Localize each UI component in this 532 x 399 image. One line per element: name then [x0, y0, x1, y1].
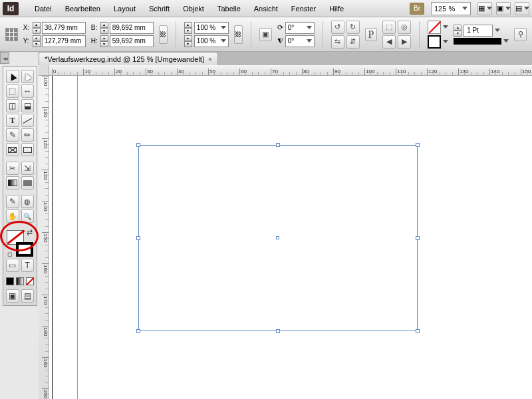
resize-handle-se[interactable]	[416, 329, 420, 333]
direct-selection-tool[interactable]	[21, 70, 35, 83]
horizontal-ruler[interactable]: 0102030405060708090100110120130140150160	[49, 65, 532, 76]
rotate-ccw-button[interactable]: ↺	[331, 21, 344, 34]
canvas[interactable]	[49, 76, 532, 399]
resize-handle-e[interactable]	[416, 236, 420, 240]
chevron-down-icon[interactable]	[443, 40, 448, 43]
rotate-field[interactable]: 0°	[285, 22, 315, 34]
constrain-scale-icon[interactable]: ⛓	[234, 25, 243, 44]
menu-schrift[interactable]: Schrift	[142, 1, 176, 16]
h-stepper[interactable]: ▴▾	[100, 35, 108, 47]
scale-x-field[interactable]: 100 %	[194, 22, 229, 34]
menu-layout[interactable]: Layout	[107, 1, 142, 16]
fill-stroke-proxy[interactable]: ⇄ ◻	[6, 228, 34, 257]
menu-bearbeiten[interactable]: Bearbeiten	[59, 1, 107, 16]
stroke-swatch[interactable]	[428, 35, 441, 49]
content-tool[interactable]: ◫	[6, 99, 19, 112]
page-tool[interactable]	[6, 84, 19, 98]
w-stepper[interactable]: ▴▾	[100, 22, 108, 34]
default-fill-stroke-icon[interactable]: ◻	[7, 251, 12, 257]
rotate-cw-button[interactable]: ↻	[346, 21, 360, 34]
resize-handle-ne[interactable]	[416, 143, 420, 147]
fit-content-button[interactable]: ▣	[259, 28, 272, 41]
guide[interactable]	[77, 76, 78, 399]
menu-tabelle[interactable]: Tabelle	[211, 1, 247, 16]
vertical-ruler[interactable]: 100110120130140150160170180190200	[39, 76, 49, 399]
menu-hilfe[interactable]: Hilfe	[323, 1, 350, 16]
resize-handle-s[interactable]	[276, 329, 280, 333]
resize-handle-nw[interactable]	[136, 143, 140, 147]
stroke-weight-field[interactable]: 1 Pt	[464, 25, 493, 37]
select-container-button[interactable]: ⬚	[382, 21, 396, 34]
resize-handle-w[interactable]	[136, 236, 140, 240]
arrange-docs-button[interactable]: ▤	[515, 2, 529, 15]
panel-collapse-handle[interactable]	[0, 52, 9, 64]
y-stepper[interactable]: ▴▾	[33, 35, 41, 47]
flip-h-button[interactable]: ⇋	[331, 35, 344, 49]
zoom-tool[interactable]	[21, 209, 35, 223]
gradient-swatch-tool[interactable]	[6, 176, 19, 190]
swap-fill-stroke-icon[interactable]: ⇄	[27, 228, 33, 237]
stroke-proxy[interactable]	[16, 242, 33, 257]
selection-tool[interactable]	[6, 70, 19, 83]
eyedropper-tool[interactable]	[21, 195, 35, 208]
x-field[interactable]	[42, 22, 86, 34]
bridge-button[interactable]: Br	[410, 3, 424, 15]
y-field[interactable]	[42, 35, 86, 47]
scalex-stepper[interactable]: ▴▾	[184, 22, 192, 34]
transform-tool[interactable]	[21, 162, 35, 175]
formatting-text-button[interactable]: T	[21, 259, 35, 272]
ruler-origin[interactable]	[39, 65, 49, 76]
apply-gradient[interactable]	[16, 277, 24, 285]
select-content-button[interactable]: ◎	[398, 21, 411, 34]
hand-tool[interactable]	[6, 209, 19, 223]
menu-ansicht[interactable]: Ansicht	[247, 1, 285, 16]
resize-handle-n[interactable]	[276, 143, 280, 147]
rect-tool[interactable]	[21, 143, 35, 156]
document-tab[interactable]: *Verlaufswerkzeug.indd @ 125 % [Umgewand…	[39, 52, 218, 65]
pen-tool[interactable]	[6, 128, 19, 142]
quick-apply-button[interactable]: ⚲	[514, 28, 527, 41]
type-tool[interactable]: T	[6, 114, 19, 127]
flip-v-button[interactable]: ⇵	[346, 35, 360, 49]
reference-point[interactable]	[5, 28, 18, 41]
formatting-container-button[interactable]: ▭	[6, 259, 19, 272]
stroke-style[interactable]	[454, 38, 501, 45]
view-options-button[interactable]: ▦	[477, 2, 492, 15]
select-next-button[interactable]: ▶	[398, 35, 411, 49]
gap-tool[interactable]	[21, 84, 35, 98]
fill-swatch[interactable]	[428, 21, 441, 34]
zoom-level[interactable]: 125 %	[431, 2, 471, 15]
apply-color[interactable]	[6, 277, 14, 285]
chevron-down-icon[interactable]	[503, 39, 509, 43]
scale-y-field[interactable]: 100 %	[194, 35, 229, 47]
line-tool[interactable]	[21, 114, 35, 127]
stroke-stepper[interactable]: ▴▾	[454, 25, 462, 37]
scaley-stepper[interactable]: ▴▾	[184, 35, 192, 47]
menu-fenster[interactable]: Fenster	[285, 1, 323, 16]
selected-frame[interactable]	[138, 145, 418, 331]
chevron-down-icon[interactable]	[495, 29, 500, 32]
pencil-tool[interactable]: ✏	[21, 128, 35, 142]
content-tool-2[interactable]: ⬓	[21, 99, 35, 112]
menu-objekt[interactable]: Objekt	[176, 1, 211, 16]
constrain-wh-icon[interactable]: ⛓	[159, 25, 168, 44]
select-prev-button[interactable]: ◀	[382, 35, 396, 49]
toolbox: ◫⬓ T ✏ ✎ ⇄ ◻ ▭T ▣▤	[3, 66, 37, 306]
gradient-feather-tool[interactable]	[21, 176, 35, 190]
screen-mode-button[interactable]: ▣	[496, 2, 511, 15]
preview-button[interactable]: ▤	[21, 289, 35, 303]
rect-frame-tool[interactable]	[6, 143, 19, 156]
h-field[interactable]	[110, 35, 154, 47]
close-icon[interactable]: ×	[208, 55, 212, 63]
center-point[interactable]	[276, 236, 279, 239]
note-tool[interactable]: ✎	[6, 195, 19, 208]
chevron-down-icon[interactable]	[443, 25, 448, 29]
normal-view-button[interactable]: ▣	[6, 289, 19, 303]
scissors-tool[interactable]	[6, 162, 19, 175]
apply-none[interactable]	[26, 277, 34, 285]
resize-handle-sw[interactable]	[136, 329, 140, 333]
shear-field[interactable]: 0°	[285, 35, 315, 47]
menu-datei[interactable]: Datei	[28, 1, 59, 16]
w-field[interactable]	[110, 22, 154, 34]
x-stepper[interactable]: ▴▾	[33, 22, 41, 34]
